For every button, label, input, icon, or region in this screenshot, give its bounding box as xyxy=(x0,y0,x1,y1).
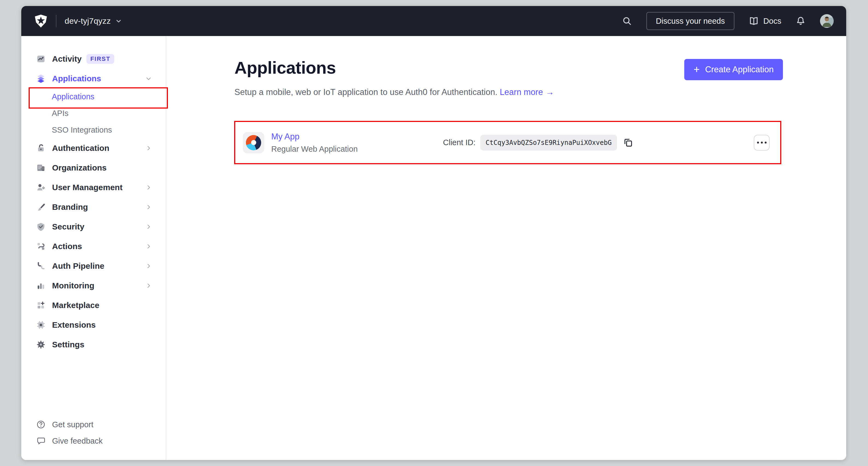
app-window: dev-tyj7qyzz Discuss your needs xyxy=(21,6,846,460)
sidebar-item-label: Applications xyxy=(52,74,101,83)
dot xyxy=(765,142,767,144)
client-id-value: CtCqy3AvbQZSo7sE9RiynaPuiXOxvebG xyxy=(480,135,617,151)
sidebar: Activity FIRST Applications Applications… xyxy=(21,36,166,460)
sidebar-subitem-sso-integrations[interactable]: SSO Integrations xyxy=(21,122,166,138)
paintbrush-icon xyxy=(36,202,45,212)
create-application-button[interactable]: + Create Application xyxy=(684,59,783,80)
app-type-label: Regular Web Application xyxy=(271,144,358,154)
dot xyxy=(757,142,759,144)
book-icon xyxy=(749,16,759,26)
application-row[interactable]: My App Regular Web Application Client ID… xyxy=(234,121,781,164)
search-icon[interactable] xyxy=(622,16,632,26)
lock-icon xyxy=(36,144,45,153)
create-application-label: Create Application xyxy=(705,65,774,75)
sidebar-item-applications[interactable]: Applications xyxy=(21,69,166,88)
discuss-needs-button[interactable]: Discuss your needs xyxy=(646,12,735,30)
top-navbar: dev-tyj7qyzz Discuss your needs xyxy=(21,6,846,36)
chevron-right-icon xyxy=(145,262,152,269)
sidebar-item-actions[interactable]: Actions xyxy=(21,237,166,256)
sidebar-item-auth-pipeline[interactable]: Auth Pipeline xyxy=(21,256,166,276)
auth0-logo xyxy=(34,13,48,29)
sidebar-item-label: Actions xyxy=(52,242,82,251)
app-logo-donut xyxy=(246,135,261,150)
more-options-button[interactable] xyxy=(754,135,770,151)
gear-icon xyxy=(36,340,45,349)
sidebar-item-activity[interactable]: Activity FIRST xyxy=(21,49,166,69)
sidebar-item-organizations[interactable]: Organizations xyxy=(21,158,166,178)
sidebar-item-security[interactable]: Security xyxy=(21,217,166,237)
arrow-right-icon: → xyxy=(546,87,554,97)
tenant-switcher[interactable]: dev-tyj7qyzz xyxy=(65,17,122,26)
page-title: Applications xyxy=(235,58,554,78)
chat-bubble-icon xyxy=(36,436,45,445)
app-logo xyxy=(243,132,264,153)
copy-icon[interactable] xyxy=(622,137,634,148)
sidebar-item-branding[interactable]: Branding xyxy=(21,197,166,217)
give-feedback-label: Give feedback xyxy=(52,437,102,445)
chip-icon xyxy=(36,320,45,329)
chevron-right-icon xyxy=(145,184,152,191)
sidebar-item-monitoring[interactable]: Monitoring xyxy=(21,276,166,295)
sidebar-item-label: Extensions xyxy=(52,320,96,329)
learn-more-link[interactable]: Learn more xyxy=(500,87,543,97)
page-subtitle: Setup a mobile, web or IoT application t… xyxy=(235,87,554,97)
applications-icon xyxy=(36,74,45,83)
chevron-down-icon xyxy=(115,18,122,25)
chevron-right-icon xyxy=(145,282,152,289)
tenant-name: dev-tyj7qyzz xyxy=(65,17,111,26)
building-icon xyxy=(36,163,45,172)
sidebar-subitem-applications[interactable]: Applications xyxy=(21,88,166,105)
sidebar-item-label: Organizations xyxy=(52,163,106,172)
give-feedback-link[interactable]: Give feedback xyxy=(21,433,166,449)
docs-link[interactable]: Docs xyxy=(749,16,781,26)
get-support-label: Get support xyxy=(52,420,94,429)
sidebar-item-label: Marketplace xyxy=(52,301,99,310)
get-support-link[interactable]: Get support xyxy=(21,416,166,433)
shield-check-icon xyxy=(36,222,45,231)
navbar-divider xyxy=(56,15,56,27)
chevron-right-icon xyxy=(145,243,152,250)
sidebar-subitem-label: APIs xyxy=(52,109,68,118)
sidebar-item-label: Authentication xyxy=(52,144,109,153)
sidebar-item-label: User Management xyxy=(52,183,122,192)
discuss-needs-label: Discuss your needs xyxy=(656,17,725,26)
sidebar-footer: Get support Give feedback xyxy=(21,416,166,460)
sidebar-subitem-label: Applications xyxy=(52,92,94,101)
sidebar-subitem-label: SSO Integrations xyxy=(52,125,112,135)
bell-icon[interactable] xyxy=(796,16,806,26)
docs-label: Docs xyxy=(763,17,781,26)
client-id-label: Client ID: xyxy=(443,138,475,147)
avatar[interactable] xyxy=(820,14,834,28)
app-name-link[interactable]: My App xyxy=(271,132,358,142)
activity-icon xyxy=(36,54,45,64)
app-name-block: My App Regular Web Application xyxy=(271,132,358,154)
sidebar-item-user-management[interactable]: User Management xyxy=(21,178,166,197)
dot xyxy=(761,142,763,144)
pipeline-icon xyxy=(36,261,45,271)
chevron-right-icon xyxy=(145,145,152,152)
chevron-right-icon xyxy=(145,223,152,230)
flow-icon xyxy=(36,242,45,251)
navbar-right: Discuss your needs Docs xyxy=(622,12,834,30)
title-block: Applications Setup a mobile, web or IoT … xyxy=(235,58,554,97)
sidebar-item-settings[interactable]: Settings xyxy=(21,335,166,354)
chevron-down-icon xyxy=(145,75,152,82)
grid-plus-icon xyxy=(36,301,45,310)
sidebar-item-label: Security xyxy=(52,222,84,231)
sidebar-item-marketplace[interactable]: Marketplace xyxy=(21,295,166,315)
sidebar-item-label: Monitoring xyxy=(52,281,94,290)
plus-icon: + xyxy=(693,64,700,75)
sidebar-item-label: Branding xyxy=(52,202,88,212)
content-header: Applications Setup a mobile, web or IoT … xyxy=(235,58,783,97)
sidebar-item-authentication[interactable]: Authentication xyxy=(21,138,166,158)
sidebar-item-extensions[interactable]: Extensions xyxy=(21,315,166,335)
user-gear-icon xyxy=(36,183,45,192)
first-badge: FIRST xyxy=(86,54,114,64)
bar-chart-icon xyxy=(36,281,45,290)
main-content: Applications Setup a mobile, web or IoT … xyxy=(166,36,846,460)
sidebar-item-label: Activity xyxy=(52,54,82,64)
navbar-left: dev-tyj7qyzz xyxy=(34,13,122,29)
client-id-group: Client ID: CtCqy3AvbQZSo7sE9RiynaPuiXOxv… xyxy=(443,121,634,164)
sidebar-subitem-apis[interactable]: APIs xyxy=(21,105,166,122)
sidebar-item-label: Settings xyxy=(52,340,84,349)
